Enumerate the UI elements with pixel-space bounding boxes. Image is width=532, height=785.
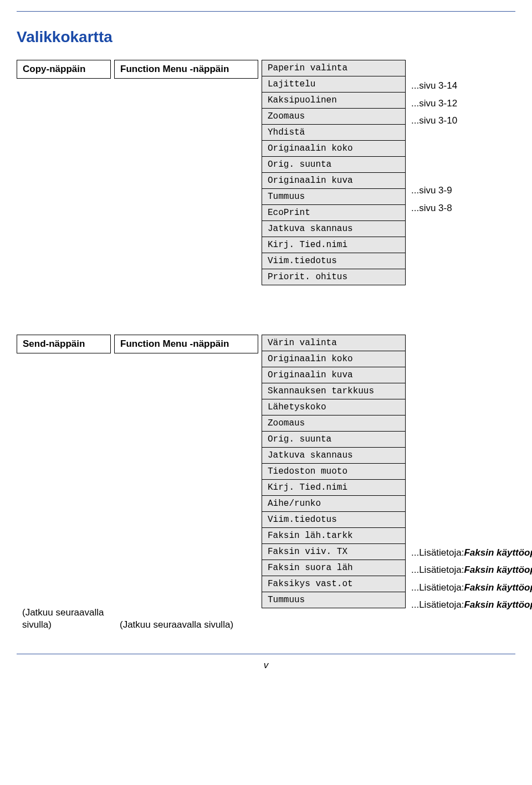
- menu-item: Viim.tiedotus: [262, 511, 406, 528]
- side-ref: [409, 509, 532, 527]
- label-cont-mid: (Jatkuu seuraavalla sivulla): [114, 615, 258, 631]
- left-stack-send: Send-näppäin (Jatkuu seuraavalla sivulla…: [17, 335, 114, 632]
- side-refs-2: ...Lisätietoja: Faksin käyttöopas....Lis…: [409, 335, 532, 632]
- menu-item: EcoPrint: [262, 204, 406, 221]
- side-ref: [409, 287, 459, 305]
- menu-item: Originaalin koko: [262, 351, 406, 367]
- menu-item: Orig. suunta: [262, 156, 406, 173]
- side-refs-1: ...sivu 3-14...sivu 3-12...sivu 3-10...s…: [409, 60, 459, 304]
- side-ref: ...Lisätietoja: Faksin käyttöopas.: [409, 597, 532, 614]
- menu-item: Originaalin kuva: [262, 172, 406, 189]
- menu-item: Orig. suunta: [262, 431, 406, 448]
- menu-item: Zoomaus: [262, 108, 406, 125]
- side-ref: ...sivu 3-9: [409, 182, 459, 200]
- menu-item: Jatkuva skannaus: [262, 447, 406, 464]
- footer-rule: [17, 654, 515, 654]
- menu-item: Kirj. Tied.nimi: [262, 479, 406, 496]
- menu-item: Faksin viiv. TX: [262, 543, 406, 560]
- side-ref: [409, 422, 532, 440]
- menu-item: Aihe/runko: [262, 495, 406, 512]
- menu-list-2: Värin valintaOriginaalin kokoOriginaalin…: [262, 335, 406, 632]
- side-ref: [409, 404, 532, 422]
- menu-item: Tummuus: [262, 188, 406, 205]
- menu-item: Priorit. ohitus: [262, 269, 406, 285]
- top-rule: [17, 11, 515, 12]
- side-ref: [409, 147, 459, 165]
- side-ref: [409, 217, 459, 235]
- label-send: Send-näppäin: [17, 335, 111, 353]
- side-ref: ...Lisätietoja: Faksin käyttöopas.: [409, 579, 532, 597]
- side-ref: [409, 234, 459, 252]
- label-function-menu-2: Function Menu -näppäin: [114, 335, 258, 353]
- menu-item: Värin valinta: [262, 335, 406, 351]
- side-ref: ...sivu 3-10: [409, 112, 459, 130]
- side-ref: [409, 439, 532, 457]
- section-send: Send-näppäin (Jatkuu seuraavalla sivulla…: [17, 335, 515, 632]
- side-ref: ...sivu 3-8: [409, 199, 459, 217]
- menu-item: Faksin läh.tarkk: [262, 527, 406, 544]
- menu-item: Skannauksen tarkkuus: [262, 383, 406, 399]
- side-ref: [409, 252, 459, 270]
- side-ref: ...sivu 3-14: [409, 78, 459, 95]
- menu-item: Kirj. Tied.nimi: [262, 237, 406, 253]
- menu-item: Paperin valinta: [262, 60, 406, 76]
- menu-item: Zoomaus: [262, 415, 406, 432]
- side-ref: [409, 130, 459, 147]
- section-copy: Copy-näppäin Function Menu -näppäin Pape…: [17, 60, 515, 304]
- side-ref: [409, 474, 532, 492]
- side-ref: [409, 352, 532, 370]
- label-function-menu-1: Function Menu -näppäin: [114, 60, 258, 79]
- menu-item: Originaalin kuva: [262, 367, 406, 383]
- side-ref: [409, 492, 532, 510]
- menu-item: Originaalin koko: [262, 140, 406, 157]
- menu-item: Lähetyskoko: [262, 399, 406, 415]
- side-ref: ...sivu 3-12: [409, 95, 459, 112]
- label-cont-left: (Jatkuu seuraavalla sivulla): [17, 603, 111, 631]
- menu-item: Tiedoston muoto: [262, 463, 406, 480]
- side-ref: [409, 370, 532, 387]
- side-ref: [409, 60, 459, 78]
- side-ref: [409, 614, 532, 632]
- side-ref: ...Lisätietoja: Faksin käyttöopas.: [409, 562, 532, 579]
- side-ref: [409, 269, 459, 287]
- page-title: Valikkokartta: [17, 28, 515, 46]
- side-ref: [409, 387, 532, 405]
- menu-item: Tummuus: [262, 592, 406, 608]
- side-ref: [409, 165, 459, 182]
- side-ref: ...Lisätietoja: Faksin käyttöopas.: [409, 544, 532, 562]
- side-ref: [409, 527, 532, 545]
- side-ref: [409, 457, 532, 475]
- label-copy: Copy-näppäin: [17, 60, 111, 79]
- menu-item: Faksikys vast.ot: [262, 576, 406, 592]
- menu-item: Lajittelu: [262, 76, 406, 93]
- page-number: v: [0, 660, 532, 671]
- side-ref: [409, 335, 532, 352]
- menu-item: Faksin suora läh: [262, 560, 406, 576]
- menu-item: Jatkuva skannaus: [262, 220, 406, 237]
- mid-stack-send: Function Menu -näppäin (Jatkuu seuraaval…: [114, 335, 262, 632]
- menu-item: Yhdistä: [262, 124, 406, 141]
- menu-list-1: Paperin valintaLajitteluKaksipuolinenZoo…: [262, 60, 406, 285]
- menu-item: Kaksipuolinen: [262, 92, 406, 109]
- menu-item: Viim.tiedotus: [262, 253, 406, 269]
